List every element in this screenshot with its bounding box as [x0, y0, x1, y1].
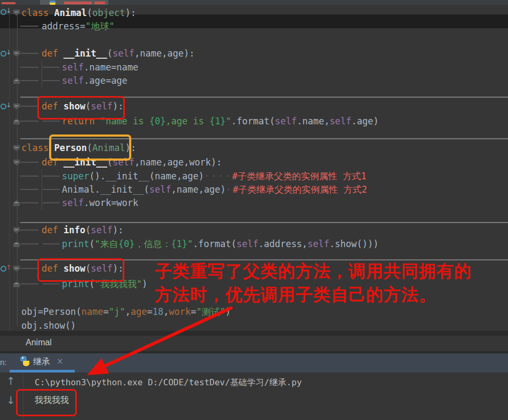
fold-marker[interactable] [13, 160, 20, 165]
tab-whitespace-mark [43, 243, 60, 244]
method-overridden-icon[interactable]: ↓ [1, 8, 10, 15]
close-icon[interactable]: × [57, 356, 64, 366]
tab-whitespace-mark [20, 202, 38, 203]
tab-whitespace-mark [20, 67, 38, 68]
fold-marker[interactable] [13, 281, 20, 287]
tab-whitespace-mark [20, 162, 38, 163]
fold-marker[interactable] [13, 104, 20, 109]
editor-tabbar-clipped [0, 0, 508, 5]
nav-up-icon[interactable]: ↑ [6, 375, 15, 387]
fold-marker[interactable] [13, 51, 20, 57]
tab-whitespace-mark [20, 229, 38, 231]
method-separator [20, 138, 508, 139]
tab-whitespace-mark [43, 176, 60, 177]
editor-scrollbar-strip[interactable] [0, 331, 508, 336]
breadcrumb-item-animal[interactable]: Animal [26, 338, 52, 347]
tab-whitespace-mark [20, 189, 38, 190]
tab-whitespace-mark [43, 80, 60, 81]
python-icon [20, 356, 30, 367]
fold-marker[interactable] [13, 118, 20, 124]
annotation-text-line2: 方法时，优先调用子类自己的方法。 [155, 283, 436, 307]
overrides-method-icon[interactable]: ↑ [1, 265, 10, 272]
code-line-self-age[interactable]: self.age=age [62, 74, 128, 88]
code-line-return[interactable]: return "name is {0},age is {1}".format(s… [62, 114, 379, 128]
code-line-address[interactable]: address="地球" [42, 19, 114, 33]
tab-whitespace-mark [43, 202, 60, 203]
editor-tab-active-clipped[interactable] [40, 0, 108, 5]
run-window-label-clipped: n: [0, 358, 7, 367]
tab-whitespace-mark [20, 121, 38, 122]
code-line-self-name[interactable]: self.name=name [62, 60, 138, 74]
tab-whitespace-mark [20, 176, 38, 177]
code-line-person-show[interactable]: def show(self): [42, 261, 124, 275]
annotation-text-line1: 子类重写了父类的方法，调用共同拥有的 [155, 260, 472, 283]
python-icon [50, 1, 55, 5]
tab-whitespace-mark [20, 283, 38, 284]
fold-marker[interactable] [13, 78, 20, 84]
console-command-line: C:\python3\python.exe D:/CODE/testDev/基础… [35, 376, 302, 389]
fold-marker[interactable] [13, 241, 20, 247]
tab-whitespace-mark [20, 53, 38, 54]
clipped-tab-text [2, 2, 15, 4]
run-console[interactable]: ↑ ↓ C:\python3\python.exe D:/CODE/testDe… [0, 373, 508, 420]
run-tab-title: 继承 [33, 356, 50, 368]
tab-whitespace-mark [20, 243, 38, 244]
tab-whitespace-mark [43, 189, 60, 190]
code-line-person-init[interactable]: def __init__(self,name,age,work): [42, 155, 222, 169]
method-overridden-icon[interactable]: ↓ [1, 102, 10, 110]
fold-structure-line [17, 9, 18, 327]
code-line-person-info[interactable]: def info(self): [42, 223, 124, 237]
console-gutter-separator [23, 373, 23, 420]
fold-marker[interactable] [13, 227, 20, 233]
indent-guide [42, 60, 42, 88]
tab-whitespace-mark [43, 67, 60, 68]
code-line-class-animal[interactable]: class Animal(object): [21, 6, 136, 20]
clipped-tab-filename [64, 2, 92, 4]
nav-down-icon[interactable]: ↓ [6, 394, 15, 407]
code-line-class-person[interactable]: class Person(Animal): [21, 141, 136, 155]
console-output-line: 我我我我 [35, 394, 69, 407]
method-separator [20, 97, 508, 98]
tab-whitespace-mark [20, 268, 38, 269]
tab-whitespace-mark [43, 121, 60, 122]
fold-marker[interactable] [13, 200, 20, 206]
tab-whitespace-mark [43, 283, 60, 284]
pycharm-window: class Animal(object):address="地球"def __i… [0, 0, 508, 420]
code-line-animal-init[interactable]: def __init__(self,name,age): [42, 46, 195, 60]
tab-whitespace-mark [20, 80, 38, 81]
clipped-tab-filename [94, 2, 105, 4]
code-line-animal-init-call[interactable]: Animal.__init__(self,name,age)·#子类继承父类的实… [62, 183, 367, 196]
breadcrumb-bar: Animal [0, 336, 508, 351]
method-overridden-icon[interactable]: ↓ [1, 50, 10, 57]
code-line-animal-show[interactable]: def show(self): [42, 99, 124, 113]
code-line-super[interactable]: super().__init__(name,age)····#子类继承父类的实例… [62, 169, 367, 183]
tab-whitespace-mark [20, 106, 38, 107]
run-toolwindow-tabbar: n: 继承 × [0, 353, 508, 373]
code-line-print-me[interactable]: print("我我我我") [62, 277, 147, 291]
code-line-self-work[interactable]: self.work=work [62, 196, 138, 210]
indent-guide [42, 169, 42, 210]
code-line-print-info[interactable]: print("来自{0}，信息：{1}".format(self.address… [62, 237, 378, 251]
fold-marker[interactable] [13, 266, 20, 272]
fold-marker[interactable] [13, 145, 20, 151]
tab-whitespace-mark [20, 26, 38, 27]
